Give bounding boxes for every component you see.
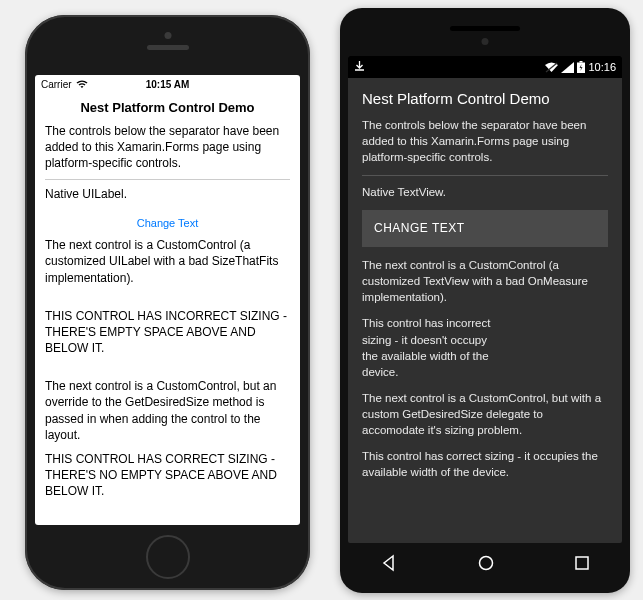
native-textview: Native TextView. xyxy=(362,184,608,200)
svg-rect-4 xyxy=(576,557,588,569)
change-text-button[interactable]: Change Text xyxy=(45,210,290,237)
recents-button[interactable] xyxy=(574,555,590,575)
download-icon xyxy=(354,62,365,74)
separator xyxy=(45,179,290,180)
good-sizing-control: This control has correct sizing - it occ… xyxy=(362,448,608,480)
home-button[interactable] xyxy=(477,554,495,576)
iphone-sensor xyxy=(164,32,171,39)
separator xyxy=(362,175,608,176)
custom-control-desc-1: The next control is a CustomControl (a c… xyxy=(362,257,608,305)
change-text-button[interactable]: CHANGE TEXT xyxy=(362,210,608,247)
custom-control-desc-1: The next control is a CustomControl (a c… xyxy=(45,237,290,286)
android-screen: 10:16 Nest Platform Control Demo The con… xyxy=(348,56,622,543)
android-sensor xyxy=(482,38,489,45)
signal-icon xyxy=(561,62,574,73)
custom-control-desc-2: The next control is a CustomControl, but… xyxy=(45,378,290,443)
ios-status-bar: Carrier 10:15 AM xyxy=(35,75,300,93)
home-button[interactable] xyxy=(146,535,190,579)
android-status-bar: 10:16 xyxy=(348,56,622,78)
android-content: Nest Platform Control Demo The controls … xyxy=(348,78,622,500)
custom-control-desc-2: The next control is a CustomControl, but… xyxy=(362,390,608,438)
wifi-icon xyxy=(545,62,558,73)
page-title: Nest Platform Control Demo xyxy=(45,99,290,117)
carrier-label: Carrier xyxy=(41,79,72,90)
iphone-earpiece xyxy=(147,45,189,50)
intro-text: The controls below the separator have be… xyxy=(45,123,290,172)
bad-sizing-control: THIS CONTROL HAS INCORRECT SIZING - THER… xyxy=(45,308,290,357)
ios-clock: 10:15 AM xyxy=(121,79,214,90)
iphone-device: Carrier 10:15 AM Nest Platform Control D… xyxy=(25,15,310,590)
android-device: 10:16 Nest Platform Control Demo The con… xyxy=(340,8,630,593)
svg-point-3 xyxy=(479,557,492,570)
bad-sizing-control: This control has incorrect sizing - it d… xyxy=(362,315,502,379)
android-earpiece xyxy=(450,26,520,31)
good-sizing-control: THIS CONTROL HAS CORRECT SIZING - THERE'… xyxy=(45,451,290,500)
back-button[interactable] xyxy=(380,554,398,576)
svg-rect-2 xyxy=(580,61,583,63)
page-title: Nest Platform Control Demo xyxy=(362,88,608,109)
android-navbar xyxy=(340,549,630,581)
android-clock: 10:16 xyxy=(588,61,616,73)
intro-text: The controls below the separator have be… xyxy=(362,117,608,165)
wifi-icon xyxy=(76,79,88,89)
native-uilabel: Native UILabel. xyxy=(45,186,290,202)
iphone-screen: Carrier 10:15 AM Nest Platform Control D… xyxy=(35,75,300,525)
ios-content: Nest Platform Control Demo The controls … xyxy=(35,93,300,514)
battery-icon xyxy=(577,61,585,73)
